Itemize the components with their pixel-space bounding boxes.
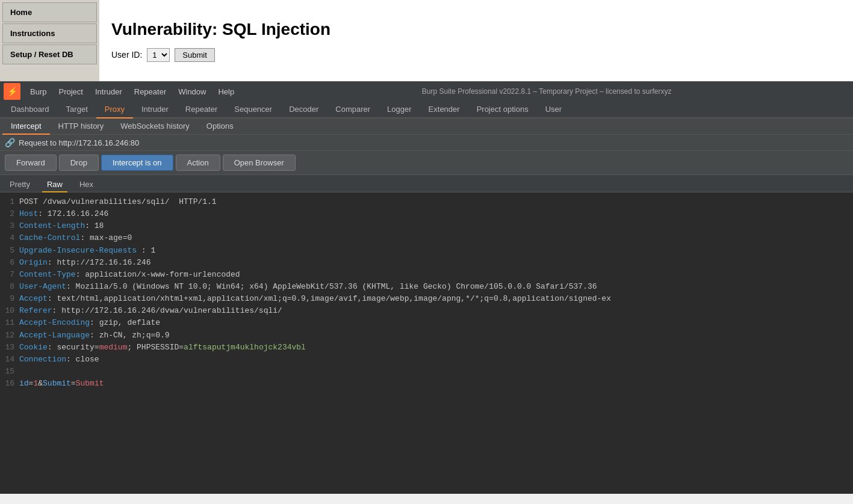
request-url-bar: 🔗 Request to http://172.16.16.246:80: [0, 135, 853, 151]
tab-project-options[interactable]: Project options: [468, 101, 537, 118]
subtab-websockets-history[interactable]: WebSockets history: [112, 118, 198, 135]
submit-button[interactable]: Submit: [175, 48, 214, 62]
open-browser-button[interactable]: Open Browser: [223, 155, 296, 171]
code-line-8: 8 User-Agent: Mozilla/5.0 (Windows NT 10…: [5, 281, 848, 293]
code-line-1: 1 POST /dvwa/vulnerabilities/sqli/ HTTP/…: [5, 196, 848, 208]
format-tab-hex[interactable]: Hex: [75, 177, 98, 192]
webpage-nav: Home Instructions Setup / Reset DB: [0, 0, 99, 81]
code-line-2: 2 Host: 172.16.16.246: [5, 208, 848, 220]
code-line-10: 10 Referer: http://172.16.16.246/dvwa/vu…: [5, 305, 848, 317]
subtab-http-history[interactable]: HTTP history: [50, 118, 113, 135]
tab-target[interactable]: Target: [58, 101, 96, 118]
tab-logger[interactable]: Logger: [379, 101, 420, 118]
subtab-intercept[interactable]: Intercept: [2, 118, 50, 135]
code-line-4: 4 Cache-Control: max-age=0: [5, 232, 848, 244]
code-line-16: 16 id=1&Submit=Submit: [5, 378, 848, 390]
tab-repeater[interactable]: Repeater: [177, 101, 226, 118]
code-line-12: 12 Accept-Language: zh-CN, zh;q=0.9: [5, 330, 848, 342]
userid-label: User ID:: [111, 50, 142, 60]
request-url-text: Request to http://172.16.16.246:80: [19, 138, 139, 147]
tab-proxy[interactable]: Proxy: [96, 101, 133, 118]
format-tab-pretty[interactable]: Pretty: [5, 177, 35, 192]
tab-sequencer[interactable]: Sequencer: [226, 101, 281, 118]
format-tabs: Pretty Raw Hex: [0, 175, 853, 192]
code-line-9: 9 Accept: text/html,application/xhtml+xm…: [5, 293, 848, 305]
code-line-7: 7 Content-Type: application/x-www-form-u…: [5, 269, 848, 281]
action-button[interactable]: Action: [176, 155, 220, 171]
code-line-14: 14 Connection: close: [5, 354, 848, 366]
intercept-button[interactable]: Intercept is on: [101, 155, 173, 171]
menu-help[interactable]: Help: [212, 85, 240, 99]
code-line-13: 13 Cookie: security=medium; PHPSESSID=al…: [5, 342, 848, 354]
nav-home-button[interactable]: Home: [2, 2, 97, 22]
code-line-3: 3 Content-Length: 18: [5, 220, 848, 232]
link-icon: 🔗: [5, 138, 15, 147]
page-title: Vulnerability: SQL Injection: [111, 20, 841, 39]
code-area[interactable]: 1 POST /dvwa/vulnerabilities/sqli/ HTTP/…: [0, 192, 853, 494]
code-line-11: 11 Accept-Encoding: gzip, deflate: [5, 317, 848, 329]
forward-button[interactable]: Forward: [5, 155, 57, 171]
code-line-6: 6 Origin: http://172.16.16.246: [5, 257, 848, 269]
userid-row: User ID: 1 2 3 4 5 Submit: [111, 48, 841, 62]
tab-intruder[interactable]: Intruder: [133, 101, 177, 118]
menu-burp[interactable]: Burp: [24, 85, 52, 99]
burp-window-title: Burp Suite Professional v2022.8.1 – Temp…: [240, 87, 853, 96]
nav-setup-button[interactable]: Setup / Reset DB: [2, 45, 97, 64]
tab-extender[interactable]: Extender: [420, 101, 468, 118]
menu-project[interactable]: Project: [52, 85, 88, 99]
menu-repeater[interactable]: Repeater: [128, 85, 172, 99]
menu-window[interactable]: Window: [172, 85, 212, 99]
code-line-15: 15: [5, 366, 848, 378]
format-tab-raw[interactable]: Raw: [42, 177, 67, 192]
menu-bar: ⚡ Burp Project Intruder Repeater Window …: [0, 82, 853, 101]
tab-comparer[interactable]: Comparer: [327, 101, 379, 118]
userid-select[interactable]: 1 2 3 4 5: [147, 48, 170, 62]
drop-button[interactable]: Drop: [59, 155, 99, 171]
tab-dashboard[interactable]: Dashboard: [2, 101, 58, 118]
tab-decoder[interactable]: Decoder: [281, 101, 327, 118]
burp-app: ⚡ Burp Project Intruder Repeater Window …: [0, 81, 853, 494]
code-line-5: 5 Upgrade-Insecure-Requests : 1: [5, 245, 848, 257]
sub-tabs: Intercept HTTP history WebSockets histor…: [0, 118, 853, 135]
subtab-options[interactable]: Options: [198, 118, 242, 135]
webpage-content: Vulnerability: SQL Injection User ID: 1 …: [99, 0, 853, 81]
tab-user[interactable]: User: [537, 101, 570, 118]
main-tabs: Dashboard Target Proxy Intruder Repeater…: [0, 101, 853, 118]
nav-instructions-button[interactable]: Instructions: [2, 23, 97, 43]
menu-intruder[interactable]: Intruder: [89, 85, 128, 99]
burp-logo: ⚡: [4, 83, 20, 100]
action-bar: Forward Drop Intercept is on Action Open…: [0, 151, 853, 175]
